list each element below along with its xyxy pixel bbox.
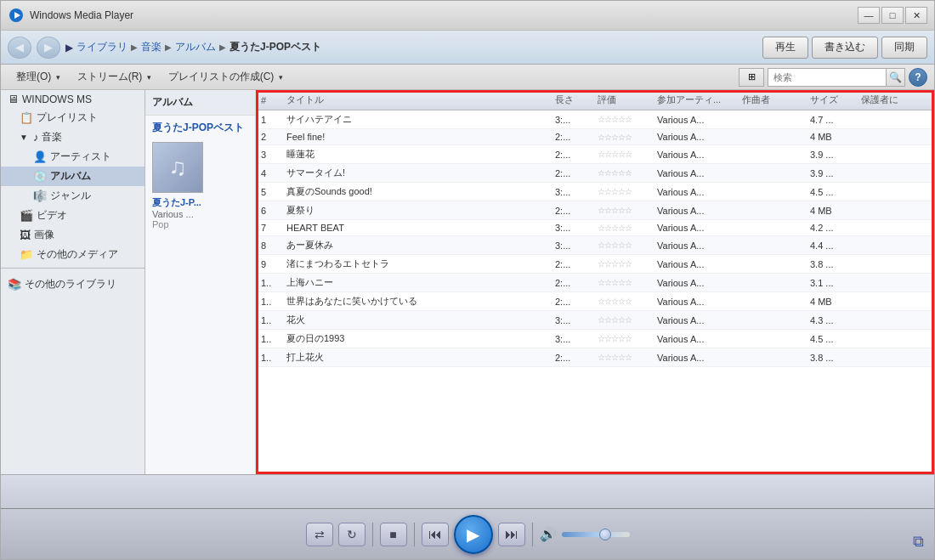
help-button[interactable]: ? [909, 68, 927, 87]
track-rating: ☆☆☆☆☆ [598, 315, 657, 325]
track-artist: Various A... [657, 187, 742, 197]
volume-slider[interactable] [562, 532, 630, 537]
track-size: 4.5 ... [810, 334, 861, 344]
col-header-title[interactable]: タイトル [286, 93, 555, 106]
track-title: Feel fine! [286, 132, 555, 142]
track-num: 7 [261, 223, 286, 233]
table-row[interactable]: 1.. 世界はあなたに笑いかけている 2:... ☆☆☆☆☆ Various A… [256, 292, 934, 311]
table-row[interactable]: 9 渚にまつわるエトセトラ 2:... ☆☆☆☆☆ Various A... 3… [256, 255, 934, 274]
menu-stream[interactable]: ストリーム(R) ▾ [69, 66, 160, 88]
track-size: 4.4 ... [810, 240, 861, 251]
sidebar-item-windows-ms[interactable]: 🖥 WINDOWS MS [1, 90, 144, 108]
track-size: 3.8 ... [810, 353, 861, 363]
sidebar-item-albums[interactable]: 💿 アルバム [1, 167, 144, 186]
search-input[interactable] [768, 68, 887, 87]
table-row[interactable]: 4 サマータイム! 2:... ☆☆☆☆☆ Various A... 3.9 .… [256, 164, 934, 183]
table-row[interactable]: 1.. 打上花火 2:... ☆☆☆☆☆ Various A... 3.8 ..… [256, 348, 934, 367]
repeat-button[interactable]: ↻ [338, 523, 366, 546]
shuffle-button[interactable]: ⇄ [306, 523, 333, 546]
track-size: 3.9 ... [810, 150, 861, 160]
next-button[interactable]: ⏭ [498, 523, 525, 546]
track-rating: ☆☆☆☆☆ [598, 297, 657, 306]
col-header-length[interactable]: 長さ [555, 93, 598, 106]
track-num: 4 [261, 168, 286, 178]
close-button[interactable]: ✕ [905, 7, 927, 24]
volume-thumb[interactable] [599, 529, 611, 540]
search-button[interactable]: 🔍 [887, 68, 905, 87]
view-toggle-button[interactable]: ⊞ [739, 68, 764, 87]
track-rating: ☆☆☆☆☆ [598, 187, 657, 196]
sidebar-item-video[interactable]: 🎬 ビデオ [1, 206, 144, 225]
track-rating: ☆☆☆☆☆ [598, 278, 657, 287]
col-header-num[interactable]: # [261, 95, 286, 105]
track-title: HEART BEAT [286, 223, 555, 233]
sidebar-item-images[interactable]: 🖼 画像 [1, 225, 144, 245]
minimize-button[interactable]: — [858, 7, 880, 24]
play-button[interactable]: 再生 [762, 37, 808, 59]
switch-view-button[interactable]: ⧉ [913, 533, 924, 551]
track-length: 3:... [555, 223, 598, 233]
album-section-title: 夏うたJ-POPベスト [145, 116, 255, 137]
breadcrumb-sep-3: ▶ [219, 42, 226, 52]
track-artist: Various A... [657, 259, 742, 269]
table-row[interactable]: 1 サイハテアイニ 3:... ☆☆☆☆☆ Various A... 4.7 .… [256, 110, 934, 129]
table-row[interactable]: 1.. 上海ハニー 2:... ☆☆☆☆☆ Various A... 3.1 .… [256, 274, 934, 292]
track-length: 2:... [555, 150, 598, 160]
album-card[interactable]: ♫ 夏うたJ-P... Various ... Pop [145, 137, 255, 235]
table-row[interactable]: 5 真夏のSounds good! 3:... ☆☆☆☆☆ Various A.… [256, 183, 934, 201]
maximize-button[interactable]: □ [881, 7, 904, 24]
sidebar-label-music: 音楽 [42, 130, 62, 144]
sync-button[interactable]: 同期 [881, 37, 927, 59]
album-info: 夏うたJ-P... Various ... Pop [152, 196, 248, 229]
col-header-size[interactable]: サイズ [810, 93, 861, 106]
track-length: 2:... [555, 297, 598, 307]
track-list-header: # タイトル 長さ 評価 参加アーティ... 作曲者 サイズ 保護者に [256, 90, 934, 110]
col-header-artist[interactable]: 参加アーティ... [657, 93, 742, 106]
sidebar-item-music[interactable]: ▼ ♪ 音楽 [1, 127, 144, 147]
sidebar-item-genre[interactable]: 🎼 ジャンル [1, 186, 144, 206]
track-title: サマータイム! [286, 167, 555, 179]
rip-button[interactable]: 書き込む [812, 37, 878, 59]
sidebar-label-video: ビデオ [37, 208, 67, 223]
menu-organize[interactable]: 整理(O) ▾ [8, 66, 69, 88]
table-row[interactable]: 1.. 夏の日の1993 3:... ☆☆☆☆☆ Various A... 4.… [256, 330, 934, 348]
track-rating: ☆☆☆☆☆ [598, 150, 657, 159]
other-media-icon: 📁 [20, 248, 33, 261]
back-button[interactable]: ◀ [8, 37, 31, 59]
breadcrumb-music[interactable]: 音楽 [141, 40, 162, 54]
forward-button[interactable]: ▶ [37, 37, 60, 59]
table-row[interactable]: 8 あー夏休み 3:... ☆☆☆☆☆ Various A... 4.4 ... [256, 236, 934, 255]
col-header-rating[interactable]: 評価 [598, 93, 657, 106]
track-title: 打上花火 [286, 351, 555, 364]
track-num: 1.. [261, 353, 286, 363]
col-header-protect[interactable]: 保護者に [861, 93, 929, 106]
sidebar-label-other-media: その他のメディア [37, 247, 118, 262]
stop-button[interactable]: ■ [380, 523, 407, 546]
breadcrumb-library[interactable]: ライブラリ [76, 40, 128, 54]
breadcrumb-album[interactable]: アルバム [175, 40, 216, 54]
sidebar-item-other-library[interactable]: 📚 その他のライブラリ [1, 274, 144, 294]
track-rating: ☆☆☆☆☆ [598, 240, 657, 250]
table-row[interactable]: 2 Feel fine! 2:... ☆☆☆☆☆ Various A... 4 … [256, 129, 934, 145]
table-row[interactable]: 6 夏祭り 2:... ☆☆☆☆☆ Various A... 4 MB [256, 201, 934, 220]
prev-button[interactable]: ⏮ [422, 523, 449, 546]
table-row[interactable]: 3 睡蓮花 2:... ☆☆☆☆☆ Various A... 3.9 ... [256, 145, 934, 164]
sidebar-item-playlist[interactable]: 📋 プレイリスト [1, 108, 144, 127]
sidebar-item-other-media[interactable]: 📁 その他のメディア [1, 245, 144, 264]
track-title: 夏の日の1993 [286, 332, 555, 345]
menu-create-playlist[interactable]: プレイリストの作成(C) ▾ [160, 66, 292, 88]
sidebar-label-other-library: その他のライブラリ [25, 277, 116, 291]
window-title: Windows Media Player [30, 9, 858, 21]
table-row[interactable]: 1.. 花火 3:... ☆☆☆☆☆ Various A... 4.3 ... [256, 311, 934, 330]
transport-sep-2 [414, 523, 415, 546]
col-header-composer[interactable]: 作曲者 [742, 93, 810, 106]
track-rating: ☆☆☆☆☆ [598, 206, 657, 215]
play-pause-button[interactable]: ▶ [454, 515, 493, 554]
menu-bar: 整理(O) ▾ ストリーム(R) ▾ プレイリストの作成(C) ▾ ⊞ 🔍 ? [1, 65, 934, 90]
table-row[interactable]: 7 HEART BEAT 3:... ☆☆☆☆☆ Various A... 4.… [256, 220, 934, 236]
track-size: 4.2 ... [810, 223, 861, 233]
header-buttons: 再生 書き込む 同期 [762, 37, 927, 59]
track-length: 3:... [555, 115, 598, 125]
transport-sep-3 [532, 523, 533, 546]
sidebar-item-artists[interactable]: 👤 アーティスト [1, 147, 144, 167]
